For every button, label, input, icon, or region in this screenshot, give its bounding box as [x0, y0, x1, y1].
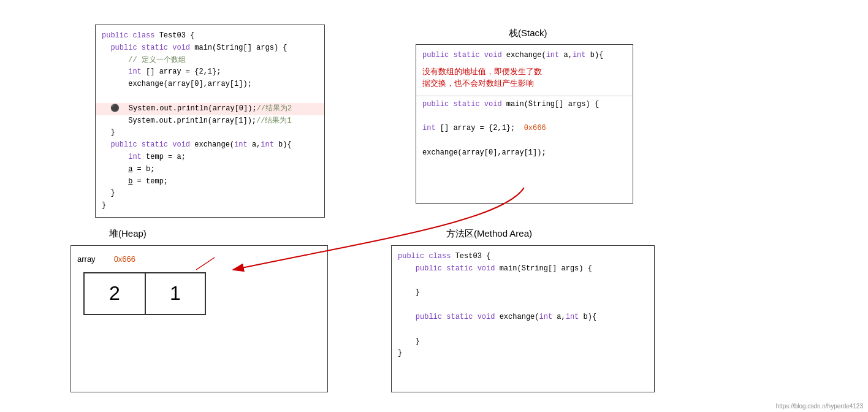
stack-code-exchange: public static void exchange(int a,int b)…	[422, 50, 626, 62]
method-area-panel: public class Test03 { public static void…	[391, 245, 655, 392]
array-cell-0: 2	[83, 272, 145, 315]
stack-code-main: public static void main(String[] args) {…	[422, 99, 626, 159]
heap-title: 堆(Heap)	[109, 228, 147, 240]
source-code-panel: public class Test03 { public static void…	[95, 25, 325, 218]
stack-title: 栈(Stack)	[509, 28, 547, 39]
heap-panel: array 0x666 2 1	[70, 245, 328, 392]
page-url: https://blog.csdn.n/hyperde4123	[776, 403, 863, 410]
heap-array-label: array	[77, 253, 96, 266]
method-area-code: public class Test03 { public static void…	[398, 251, 648, 360]
source-code: public class Test03 { public static void…	[102, 30, 318, 212]
method-area-title: 方法区(Method Area)	[446, 228, 532, 240]
page-container: public class Test03 { public static void…	[0, 0, 868, 412]
stack-warning: 没有数组的地址值，即便发生了数据交换，也不会对数组产生影响	[422, 66, 582, 90]
stack-panel: public static void exchange(int a,int b)…	[416, 44, 633, 204]
array-cell-1: 1	[145, 272, 206, 315]
heap-addr-label: 0x666	[114, 253, 135, 266]
